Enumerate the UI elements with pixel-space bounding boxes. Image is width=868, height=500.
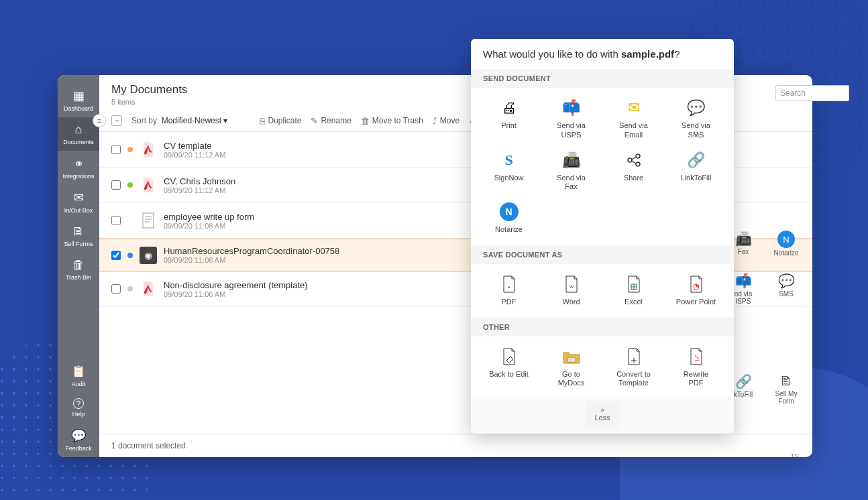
signnow-icon: S bbox=[498, 151, 521, 170]
dashboard-icon: ▦ bbox=[73, 88, 85, 103]
doc-date: 09/09/20 11:12 AM bbox=[164, 151, 225, 159]
sidebar-item-label: Documents bbox=[63, 139, 94, 145]
pdf-icon bbox=[140, 278, 157, 300]
pdf-file-icon: ▲ bbox=[498, 275, 521, 294]
modal-title: What would you like to do with sample.pd… bbox=[471, 39, 734, 69]
sort-value[interactable]: Modified-Newest ▾ bbox=[162, 116, 228, 125]
email-icon: ✉ bbox=[622, 99, 645, 117]
sidebar-item-label: Sell Forms bbox=[64, 241, 93, 247]
save-grid: ▲PDF WWord Excel Power Point bbox=[471, 264, 734, 318]
sidebar-item-trash[interactable]: 🗑 Trash Bin bbox=[58, 253, 99, 286]
fax-button[interactable]: 📠Send via Fax bbox=[540, 148, 602, 195]
sidebar-item-label: Trash Bin bbox=[66, 274, 91, 281]
save-word-button[interactable]: WWord bbox=[540, 272, 602, 310]
status-dot bbox=[127, 253, 133, 258]
sidebar-item-integrations[interactable]: ⚭ Integrations bbox=[58, 151, 99, 185]
row-checkbox[interactable] bbox=[111, 284, 121, 294]
word-file-icon: W bbox=[560, 275, 583, 294]
email-button[interactable]: ✉Send via Email bbox=[602, 96, 665, 143]
back-to-edit-button[interactable]: Back to Edit bbox=[478, 345, 540, 391]
svg-text:▲: ▲ bbox=[507, 285, 511, 289]
ppt-file-icon bbox=[685, 275, 708, 294]
sidebar-item-label: Audit bbox=[72, 381, 86, 387]
convert-template-button[interactable]: Convert to Template bbox=[602, 345, 665, 391]
sidebar-item-label: Integrations bbox=[62, 173, 94, 180]
copy-icon: ⎘ bbox=[260, 116, 265, 126]
row-checkbox[interactable] bbox=[111, 145, 121, 154]
sms-action[interactable]: 💬SMS bbox=[769, 273, 803, 305]
integrations-icon: ⚭ bbox=[74, 156, 84, 171]
sidebar-item-audit[interactable]: 📋 Audit bbox=[58, 359, 99, 393]
rewrite-icon bbox=[685, 347, 708, 366]
notarize-button[interactable]: NNotarize bbox=[478, 200, 540, 237]
doc-name: CV, Chris Johnson bbox=[164, 176, 235, 186]
svg-line-8 bbox=[632, 161, 636, 164]
help-icon: ? bbox=[73, 398, 84, 409]
move-button[interactable]: ⤴Move bbox=[433, 116, 459, 126]
sidebar-item-dashboard[interactable]: ▦ Dashboard bbox=[58, 83, 99, 117]
notarize-icon: N bbox=[777, 231, 795, 248]
sort-by-label: Sort by: bbox=[131, 116, 159, 125]
sellform-action[interactable]: 🗎Sell My Form bbox=[769, 373, 803, 405]
edit-file-icon bbox=[498, 347, 521, 366]
save-ppt-button[interactable]: Power Point bbox=[665, 272, 727, 310]
sms-icon: 💬 bbox=[778, 273, 795, 289]
pdf-icon bbox=[140, 139, 157, 160]
row-checkbox[interactable] bbox=[111, 216, 121, 225]
link-icon: 🔗 bbox=[735, 373, 752, 389]
less-button[interactable]: » Less bbox=[586, 401, 619, 428]
move-to-trash-button[interactable]: 🗑Move to Trash bbox=[361, 116, 423, 126]
duplicate-button[interactable]: ⎘Duplicate bbox=[260, 116, 301, 126]
svg-point-4 bbox=[628, 158, 632, 162]
sidebar: ▦ Dashboard ⌂ Documents ≡ ⚭ Integrations… bbox=[58, 75, 99, 457]
doc-name: CV template bbox=[164, 141, 225, 151]
section-save-title: SAVE DOCUMENT AS bbox=[471, 245, 734, 264]
section-other-title: OTHER bbox=[471, 318, 734, 336]
save-excel-button[interactable]: Excel bbox=[602, 272, 665, 310]
mail-icon: ✉ bbox=[74, 190, 84, 205]
sell-icon: 🗎 bbox=[72, 225, 85, 239]
home-icon: ⌂ bbox=[75, 123, 83, 137]
notarize-action[interactable]: NNotarize bbox=[769, 231, 803, 257]
other-grid: Back to Edit DOCSGo to MyDocs Convert to… bbox=[471, 336, 734, 399]
sidebar-item-sellforms[interactable]: 🗎 Sell Forms bbox=[58, 219, 99, 253]
rewrite-pdf-button[interactable]: Rewrite PDF bbox=[665, 345, 727, 391]
sms-button[interactable]: 💬Send via SMS bbox=[665, 96, 727, 143]
sidebar-item-label: Help bbox=[72, 411, 85, 418]
share-button[interactable]: Share bbox=[602, 148, 665, 195]
save-pdf-button[interactable]: ▲PDF bbox=[478, 272, 540, 310]
link-icon: 🔗 bbox=[685, 151, 708, 170]
print-button[interactable]: 🖨Print bbox=[478, 96, 540, 143]
doc-date: 09/09/20 11:06 AM bbox=[164, 256, 339, 264]
usps-button[interactable]: 📫Send via USPS bbox=[540, 96, 602, 143]
row-checkbox[interactable] bbox=[111, 251, 121, 260]
sms-icon: 💬 bbox=[685, 99, 708, 117]
sidebar-item-inoutbox[interactable]: ✉ In/Out Box bbox=[58, 185, 99, 219]
excel-file-icon bbox=[622, 275, 645, 294]
sidebar-item-help[interactable]: ? Help bbox=[58, 393, 99, 423]
row-checkbox[interactable] bbox=[111, 180, 121, 190]
rename-button[interactable]: ✎Rename bbox=[311, 116, 351, 126]
search-input[interactable]: Search bbox=[775, 85, 849, 101]
pdf-icon bbox=[140, 174, 157, 196]
signnow-button[interactable]: SSignNow bbox=[478, 148, 540, 195]
move-icon: ⤴ bbox=[433, 116, 437, 126]
collapse-toggle[interactable]: − bbox=[111, 115, 122, 126]
send-grid: 🖨Print 📫Send via USPS ✉Send via Email 💬S… bbox=[471, 88, 734, 245]
linktofill-button[interactable]: 🔗LinkToFill bbox=[665, 148, 727, 195]
go-to-mydocs-button[interactable]: DOCSGo to MyDocs bbox=[540, 345, 602, 391]
form-icon bbox=[140, 210, 157, 231]
mailbox-icon: 📫 bbox=[560, 99, 583, 117]
sidebar-item-label: In/Out Box bbox=[64, 207, 93, 214]
fax-icon: 📠 bbox=[560, 151, 583, 170]
sidebar-toggle[interactable]: ≡ bbox=[93, 114, 106, 127]
template-icon bbox=[622, 347, 645, 366]
pencil-icon: ✎ bbox=[311, 116, 318, 126]
share-icon bbox=[622, 151, 645, 170]
search-placeholder: Search bbox=[780, 88, 806, 98]
notarize-icon: N bbox=[498, 202, 521, 221]
clipboard-icon: 📋 bbox=[71, 364, 86, 379]
sidebar-item-feedback[interactable]: 💬 Feedback bbox=[58, 423, 99, 457]
doc-date: 09/09/20 11:12 AM bbox=[164, 186, 235, 194]
status-bar: 1 document selected bbox=[99, 434, 812, 457]
